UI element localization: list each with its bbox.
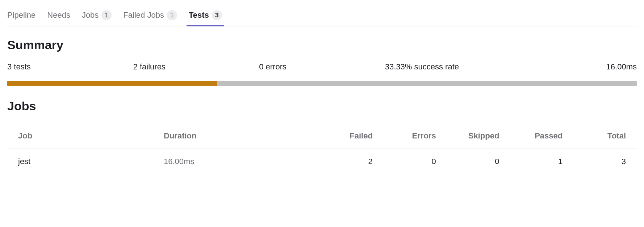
tab-label: Pipeline [7,10,35,20]
tab-needs[interactable]: Needs [47,6,70,26]
col-header-total: Total [563,131,626,141]
cell-passed: 1 [499,157,563,166]
col-header-failed: Failed [309,131,373,141]
col-header-skipped: Skipped [436,131,499,141]
col-header-passed: Passed [499,131,563,141]
tab-badge: 1 [167,10,177,20]
summary-errors: 0 errors [259,62,385,72]
tab-badge: 3 [212,10,222,20]
col-header-job: Job [18,131,164,141]
summary-failures: 2 failures [133,62,259,72]
tab-label: Failed Jobs [123,10,164,20]
summary-tests: 3 tests [7,62,133,72]
jobs-table-header: Job Duration Failed Errors Skipped Passe… [7,123,637,149]
cell-job: jest [18,157,164,166]
cell-errors: 0 [373,157,436,166]
summary-stats: 3 tests 2 failures 0 errors 33.33% succe… [7,62,637,72]
cell-total: 3 [563,157,626,166]
cell-failed: 2 [309,157,373,166]
summary-progress [7,81,637,86]
tab-jobs[interactable]: Jobs 1 [82,6,112,26]
jobs-heading: Jobs [7,99,637,113]
tab-label: Needs [47,10,70,20]
col-header-errors: Errors [373,131,436,141]
summary-success-rate: 33.33% success rate [385,62,511,72]
tabs: Pipeline Needs Jobs 1 Failed Jobs 1 Test… [7,4,637,26]
tab-pipeline[interactable]: Pipeline [7,6,35,26]
cell-duration: 16.00ms [164,157,309,166]
tab-label: Jobs [82,10,99,20]
progress-passed-segment [7,81,217,86]
tab-tests[interactable]: Tests 3 [189,6,222,26]
jobs-table: Job Duration Failed Errors Skipped Passe… [7,123,637,174]
summary-duration: 16.00ms [511,62,637,72]
tab-badge: 1 [101,10,112,20]
tab-label: Tests [189,10,209,20]
table-row[interactable]: jest 16.00ms 2 0 0 1 3 [7,149,637,174]
col-header-duration: Duration [164,131,309,141]
cell-skipped: 0 [436,157,499,166]
tab-failed-jobs[interactable]: Failed Jobs 1 [123,6,177,26]
summary-heading: Summary [7,38,637,52]
